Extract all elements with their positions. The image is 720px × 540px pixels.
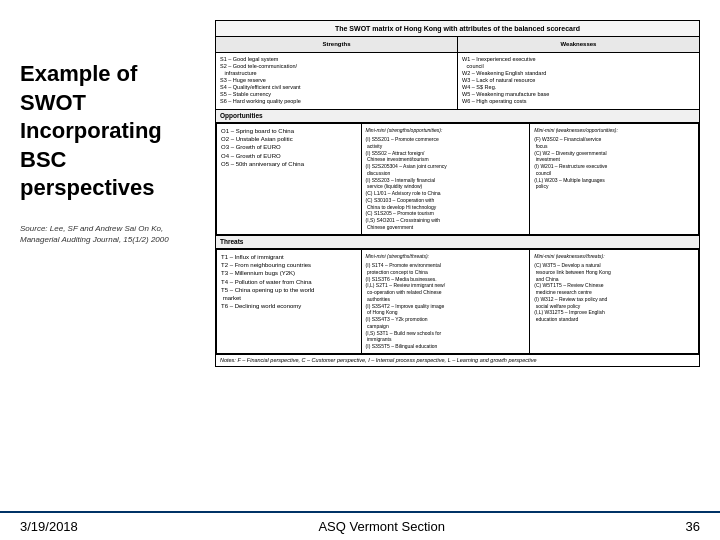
- footer-org: ASQ Vermont Section: [318, 519, 444, 534]
- strengths-cell: S1 – Good legal system S2 – Good tele-co…: [216, 52, 458, 109]
- mini-mini-wt-cell: Mini-mini (weaknesses/threats): (C) W3T5…: [530, 250, 699, 354]
- notes-text: Notes: F – Financial perspective, C – Cu…: [220, 357, 537, 363]
- opportunities-header-row: Opportunities: [216, 109, 700, 123]
- col-weaknesses-header: Weaknesses: [458, 37, 700, 52]
- notes-cell: Notes: F – Financial perspective, C – Cu…: [216, 354, 700, 366]
- opportunities-list-row: O1 – Spring board to China O2 – Unstable…: [216, 123, 700, 235]
- strengths-list: S1 – Good legal system S2 – Good tele-co…: [220, 56, 453, 106]
- footer-date: 3/19/2018: [20, 519, 78, 534]
- mini-mini-so-cell: Mini-mini (strengths/opportunities): (I)…: [361, 124, 530, 234]
- opportunities-label: Opportunities: [216, 109, 700, 123]
- thr-inner-table: T1 – Influx of immigrant T2 – From neigh…: [216, 249, 699, 354]
- threats-header-row: Threats: [216, 235, 700, 249]
- col-strengths-header: Strengths: [216, 37, 458, 52]
- slide: Example of SWOT Incorporating BSC perspe…: [0, 0, 720, 540]
- mini-mini-st-label: Mini-mini (strengths/threats):: [366, 253, 526, 260]
- mini-mini-so-label: Mini-mini (strengths/opportunities):: [366, 127, 526, 134]
- mini-mini-wt-label: Mini-mini (weaknesses/threats):: [534, 253, 694, 260]
- threats-list: T1 – Influx of immigrant T2 – From neigh…: [217, 250, 362, 354]
- mini-mini-wo-label: Mini-mini (weaknesses/opportunities):: [534, 127, 694, 134]
- weaknesses-cell: W1 – Inexperienced executive council W2 …: [458, 52, 700, 109]
- opp-inner-table: O1 – Spring board to China O2 – Unstable…: [216, 123, 699, 234]
- table-header: The SWOT matrix of Hong Kong with attrib…: [216, 21, 700, 37]
- weaknesses-list: W1 – Inexperienced executive council W2 …: [462, 56, 695, 106]
- mini-mini-wo-cell: Mini-mini (weaknesses/opportunities): (F…: [530, 124, 699, 234]
- threats-label: Threats: [216, 235, 700, 249]
- footer-page: 36: [686, 519, 700, 534]
- mini-mini-wo-content: (F) W3S02 – Financial/service focus (C) …: [534, 136, 694, 190]
- mini-mini-st-cell: Mini-mini (strengths/threats): (I) S1T4 …: [361, 250, 530, 354]
- mini-mini-so-content: (I) S5S201 – Promote commerce activity (…: [366, 136, 526, 231]
- threats-list-row: T1 – Influx of immigrant T2 – From neigh…: [216, 249, 700, 355]
- sw-row: S1 – Good legal system S2 – Good tele-co…: [216, 52, 700, 109]
- opp-list: O1 – Spring board to China O2 – Unstable…: [217, 124, 362, 234]
- footer: 3/19/2018 ASQ Vermont Section 36: [0, 511, 720, 540]
- content-area: Example of SWOT Incorporating BSC perspe…: [0, 0, 720, 511]
- main-title: Example of SWOT Incorporating BSC perspe…: [20, 60, 200, 203]
- mini-mini-wt-content: (C) W3T5 – Develop a natural resource li…: [534, 262, 694, 323]
- swot-table-container: The SWOT matrix of Hong Kong with attrib…: [215, 20, 700, 501]
- mini-mini-st-content: (I) S1T4 – Promote environmental protect…: [366, 262, 526, 350]
- notes-row: Notes: F – Financial perspective, C – Cu…: [216, 354, 700, 366]
- swot-table: The SWOT matrix of Hong Kong with attrib…: [215, 20, 700, 367]
- source-text: Source: Lee, SF and Andrew Sai On Ko, Ma…: [20, 223, 200, 245]
- left-panel: Example of SWOT Incorporating BSC perspe…: [20, 20, 200, 501]
